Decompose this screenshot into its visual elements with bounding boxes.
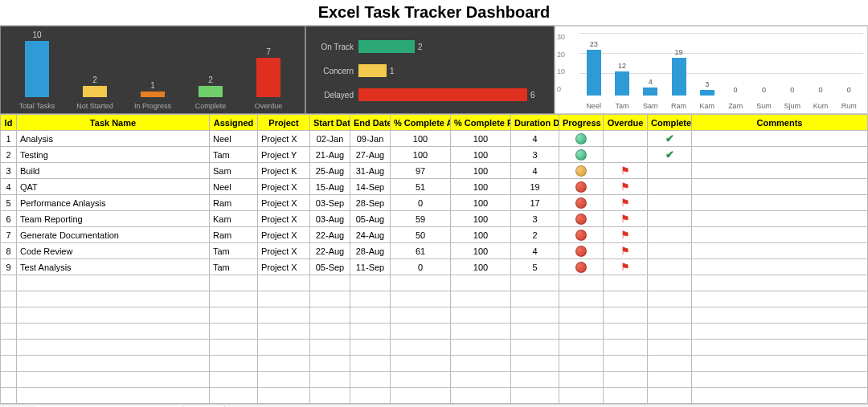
cell-assigned[interactable]: Neel [210,131,258,147]
cell-project[interactable]: Project X [258,243,310,259]
cell-assigned[interactable]: Tam [210,147,258,163]
cell-end[interactable]: 27-Aug [350,147,391,163]
cell-task[interactable]: Team Reporting [17,211,210,227]
cell-pct-actual[interactable]: 61 [391,243,451,259]
cell-pct-forecast[interactable]: 100 [451,195,511,211]
cell-comments[interactable] [692,243,868,259]
cell-task[interactable]: QAT [17,179,210,195]
cell-complete[interactable]: ✔ [648,147,692,163]
table-row[interactable]: 1AnalysisNeelProject X02-Jan09-Jan100100… [1,131,868,147]
header-comments[interactable]: Comments [692,115,868,131]
cell-start[interactable]: 21-Aug [310,147,350,163]
cell-pct-forecast[interactable]: 100 [451,131,511,147]
cell-pct-forecast[interactable]: 100 [451,259,511,275]
cell-progress[interactable] [559,227,604,243]
cell-pct-forecast[interactable]: 100 [451,147,511,163]
cell-comments[interactable] [692,259,868,275]
cell-comments[interactable] [692,195,868,211]
cell-project[interactable]: Project X [258,195,310,211]
table-row[interactable]: 9Test AnalysisTamProject X05-Sep11-Sep01… [1,259,868,275]
cell-start[interactable]: 03-Aug [310,211,350,227]
header-progress[interactable]: Progress [559,115,604,131]
table-row-empty[interactable] [1,356,868,372]
cell-overdue[interactable]: ⚑ [604,195,648,211]
cell-overdue[interactable]: ⚑ [604,259,648,275]
cell-task[interactable]: Build [17,163,210,179]
cell-complete[interactable] [648,259,692,275]
table-row-empty[interactable] [1,307,868,324]
cell-complete[interactable] [648,179,692,195]
header-duration[interactable]: Duration Days [511,115,559,131]
cell-project[interactable]: Project X [258,227,310,243]
cell-id[interactable]: 1 [1,131,17,147]
cell-id[interactable]: 9 [1,259,17,275]
cell-overdue[interactable]: ⚑ [604,211,648,227]
header-overdue[interactable]: Overdue [604,115,648,131]
task-table[interactable]: Id Task Name Assigned Project Start Date… [0,114,868,404]
cell-comments[interactable] [692,211,868,227]
cell-start[interactable]: 15-Aug [310,179,350,195]
cell-project[interactable]: Project K [258,163,310,179]
progress-status-chart[interactable]: On Track2Concern1Delayed6 [305,26,555,114]
cell-complete[interactable] [648,195,692,211]
cell-overdue[interactable]: ⚑ [604,179,648,195]
cell-end[interactable]: 28-Aug [350,243,391,259]
cell-start[interactable]: 25-Aug [310,163,350,179]
cell-task[interactable]: Testing [17,147,210,163]
cell-pct-actual[interactable]: 50 [391,227,451,243]
cell-task[interactable]: Generate Documentation [17,227,210,243]
cell-pct-actual[interactable]: 0 [391,259,451,275]
cell-id[interactable]: 5 [1,195,17,211]
header-project[interactable]: Project [258,115,310,131]
table-row[interactable]: 2TestingTamProject Y21-Aug27-Aug1001003✔ [1,147,868,163]
table-row-empty[interactable] [1,275,868,291]
cell-start[interactable]: 05-Sep [310,259,350,275]
cell-progress[interactable] [559,243,604,259]
cell-end[interactable]: 31-Aug [350,163,391,179]
cell-overdue[interactable]: ⚑ [604,227,648,243]
cell-start[interactable]: 03-Sep [310,195,350,211]
cell-progress[interactable] [559,195,604,211]
cell-end[interactable]: 05-Aug [350,211,391,227]
cell-progress[interactable] [559,259,604,275]
cell-pct-forecast[interactable]: 100 [451,227,511,243]
table-row[interactable]: 6Team ReportingKamProject X03-Aug05-Aug5… [1,211,868,227]
table-row-empty[interactable] [1,291,868,307]
cell-task[interactable]: Analysis [17,131,210,147]
cell-assigned[interactable]: Ram [210,195,258,211]
cell-pct-actual[interactable]: 97 [391,163,451,179]
table-row[interactable]: 3BuildSamProject K25-Aug31-Aug971004⚑ [1,163,868,179]
cell-assigned[interactable]: Tam [210,243,258,259]
cell-complete[interactable] [648,227,692,243]
header-end[interactable]: End Date [350,115,391,131]
header-pct-actual[interactable]: % Complete Actual [391,115,451,131]
cell-pct-actual[interactable]: 100 [391,131,451,147]
cell-project[interactable]: Project X [258,211,310,227]
cell-start[interactable]: 22-Aug [310,227,350,243]
cell-duration[interactable]: 17 [511,195,559,211]
cell-progress[interactable] [559,211,604,227]
table-row[interactable]: 8Code ReviewTamProject X22-Aug28-Aug6110… [1,243,868,259]
header-start[interactable]: Start Date [310,115,350,131]
header-id[interactable]: Id [1,115,17,131]
cell-start[interactable]: 22-Aug [310,243,350,259]
assignee-chart[interactable]: 3020100 23Neel12Tam4Sam19Ram3Kam0Zam0Sum… [555,26,868,114]
table-row-empty[interactable] [1,388,868,404]
cell-duration[interactable]: 4 [511,243,559,259]
cell-end[interactable]: 24-Aug [350,227,391,243]
cell-duration[interactable]: 3 [511,147,559,163]
cell-id[interactable]: 2 [1,147,17,163]
cell-task[interactable]: Test Analysis [17,259,210,275]
table-row-empty[interactable] [1,372,868,388]
cell-pct-actual[interactable]: 0 [391,195,451,211]
cell-comments[interactable] [692,227,868,243]
header-complete[interactable]: Complete [648,115,692,131]
cell-progress[interactable] [559,131,604,147]
cell-pct-forecast[interactable]: 100 [451,211,511,227]
cell-project[interactable]: Project X [258,259,310,275]
cell-overdue[interactable]: ⚑ [604,243,648,259]
cell-end[interactable]: 11-Sep [350,259,391,275]
header-pct-forecast[interactable]: % Complete Forecast [451,115,511,131]
cell-end[interactable]: 14-Sep [350,179,391,195]
cell-duration[interactable]: 4 [511,131,559,147]
